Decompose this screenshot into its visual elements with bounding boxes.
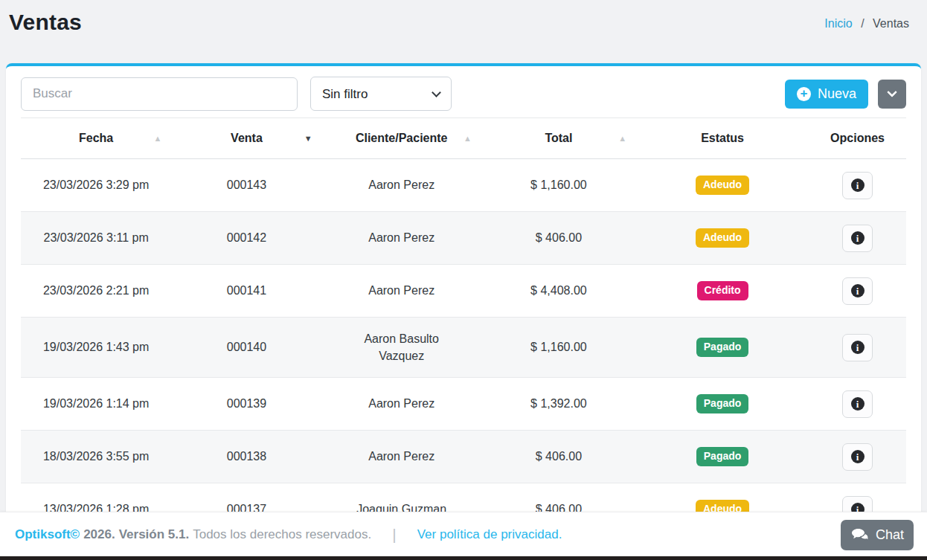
cell-estatus: Pagado xyxy=(636,431,809,483)
table-row: 23/03/2026 3:11 pm000142Aaron Perez$ 406… xyxy=(21,212,906,265)
chat-bubbles-icon xyxy=(850,528,870,543)
cell-opciones: i xyxy=(809,431,906,483)
cell-venta: 000140 xyxy=(171,318,321,378)
cell-venta: 000142 xyxy=(171,212,321,265)
column-header-estatus: Estatus xyxy=(636,118,809,159)
status-badge: Pagado xyxy=(696,338,749,357)
row-options-button[interactable]: i xyxy=(842,443,873,471)
status-badge: Pagado xyxy=(696,447,749,466)
column-label: Estatus xyxy=(701,132,744,144)
column-header-fecha[interactable]: Fecha▲ xyxy=(21,118,171,159)
plus-circle-icon: + xyxy=(797,87,811,101)
row-options-button[interactable]: i xyxy=(842,172,873,199)
row-options-button[interactable]: i xyxy=(842,334,873,361)
cell-opciones: i xyxy=(809,159,906,212)
footer-separator: | xyxy=(392,526,396,544)
cell-total: $ 1,392.00 xyxy=(481,378,636,431)
cell-fecha: 23/03/2026 2:21 pm xyxy=(21,265,171,318)
column-label: Cliente/Paciente xyxy=(356,132,448,144)
cell-total: $ 406.00 xyxy=(481,212,636,265)
column-header-total[interactable]: Total▲ xyxy=(481,118,636,159)
cell-venta: 000138 xyxy=(171,431,321,483)
cell-opciones: i xyxy=(809,378,906,431)
cell-cliente: Aaron Perez xyxy=(322,378,481,431)
privacy-policy-link[interactable]: Ver política de privacidad. xyxy=(417,527,562,542)
sales-table: Fecha▲Venta▼Cliente/Paciente▲Total▲Estat… xyxy=(21,118,906,536)
toolbar: Sin filtro + Nueva xyxy=(21,77,906,111)
chat-button-label: Chat xyxy=(876,527,904,543)
table-body: 23/03/2026 3:29 pm000143Aaron Perez$ 1,1… xyxy=(21,159,906,536)
status-badge: Adeudo xyxy=(696,228,749,248)
sales-card: Sin filtro + Nueva Fecha▲Venta▼Cliente/P… xyxy=(6,63,921,560)
info-icon: i xyxy=(851,231,865,245)
footer-brand: Optiksoft© xyxy=(15,527,80,542)
new-sale-button-label: Nueva xyxy=(818,86,856,102)
cell-cliente: Aaron Perez xyxy=(322,159,481,212)
search-input[interactable] xyxy=(21,77,298,111)
table-row: 19/03/2026 1:43 pm000140Aaron Basulto Va… xyxy=(21,318,906,378)
footer: Optiksoft© 2026. Versión 5.1. Todos los … xyxy=(0,512,927,556)
info-icon: i xyxy=(851,284,865,297)
chevron-down-icon xyxy=(887,86,897,97)
column-label: Opciones xyxy=(830,132,885,144)
cell-cliente: Aaron Perez xyxy=(322,431,481,483)
info-icon: i xyxy=(851,397,865,411)
cell-estatus: Pagado xyxy=(636,378,809,431)
cell-fecha: 19/03/2026 1:14 pm xyxy=(21,378,171,431)
cell-cliente: Aaron Perez xyxy=(322,212,481,265)
column-header-opciones: Opciones xyxy=(809,118,906,159)
chat-button[interactable]: Chat xyxy=(841,520,914,550)
sort-asc-icon: ▲ xyxy=(618,134,626,143)
footer-rights: Todos los derechos reservados. xyxy=(193,527,371,542)
column-label: Total xyxy=(545,132,572,144)
breadcrumb-current: Ventas xyxy=(873,17,909,30)
cell-opciones: i xyxy=(809,318,906,378)
column-label: Venta xyxy=(231,132,263,144)
table-row: 19/03/2026 1:14 pm000139Aaron Perez$ 1,3… xyxy=(21,378,906,431)
row-options-button[interactable]: i xyxy=(842,225,873,252)
row-options-button[interactable]: i xyxy=(842,277,873,305)
cell-cliente: Aaron Basulto Vazquez xyxy=(322,318,481,378)
status-badge: Pagado xyxy=(696,394,749,413)
cell-fecha: 19/03/2026 1:43 pm xyxy=(21,318,171,378)
cell-estatus: Pagado xyxy=(636,318,809,378)
info-icon: i xyxy=(851,178,865,192)
breadcrumb-separator: / xyxy=(861,17,864,30)
row-options-button[interactable]: i xyxy=(842,390,873,418)
info-icon: i xyxy=(851,341,865,354)
cell-fecha: 23/03/2026 3:11 pm xyxy=(21,212,171,265)
cell-total: $ 406.00 xyxy=(481,431,636,483)
filter-select-wrap: Sin filtro xyxy=(310,77,452,111)
footer-year: 2026. xyxy=(83,527,115,542)
table-header-row: Fecha▲Venta▼Cliente/Paciente▲Total▲Estat… xyxy=(21,118,906,159)
cell-total: $ 4,408.00 xyxy=(481,265,636,318)
bottom-edge-strip xyxy=(0,556,927,560)
cell-opciones: i xyxy=(809,265,906,318)
cell-venta: 000141 xyxy=(171,265,321,318)
page-header: Ventas Inicio / Ventas xyxy=(0,0,927,63)
info-icon: i xyxy=(851,450,865,463)
sort-asc-icon: ▲ xyxy=(153,134,161,143)
footer-version: Versión 5.1. xyxy=(119,527,190,542)
page-title: Ventas xyxy=(9,10,82,35)
column-label: Fecha xyxy=(79,132,113,144)
cell-venta: 000139 xyxy=(171,378,321,431)
column-header-venta[interactable]: Venta▼ xyxy=(171,118,321,159)
table-row: 23/03/2026 3:29 pm000143Aaron Perez$ 1,1… xyxy=(21,159,906,212)
cell-estatus: Adeudo xyxy=(636,159,809,212)
cell-venta: 000143 xyxy=(171,159,321,212)
filter-select[interactable]: Sin filtro xyxy=(310,77,452,111)
status-badge: Adeudo xyxy=(696,176,749,195)
cell-total: $ 1,160.00 xyxy=(481,159,636,212)
table-row: 23/03/2026 2:21 pm000141Aaron Perez$ 4,4… xyxy=(21,265,906,318)
cell-fecha: 23/03/2026 3:29 pm xyxy=(21,159,171,212)
cell-opciones: i xyxy=(809,212,906,265)
breadcrumb-home-link[interactable]: Inicio xyxy=(824,17,852,30)
sort-asc-icon: ▲ xyxy=(464,134,472,143)
dropdown-toggle-button[interactable] xyxy=(878,80,906,109)
new-sale-button[interactable]: + Nueva xyxy=(785,80,868,109)
column-header-cliente-paciente[interactable]: Cliente/Paciente▲ xyxy=(322,118,481,159)
status-badge: Crédito xyxy=(697,281,748,300)
breadcrumb: Inicio / Ventas xyxy=(824,17,909,30)
cell-fecha: 18/03/2026 3:55 pm xyxy=(21,431,171,483)
